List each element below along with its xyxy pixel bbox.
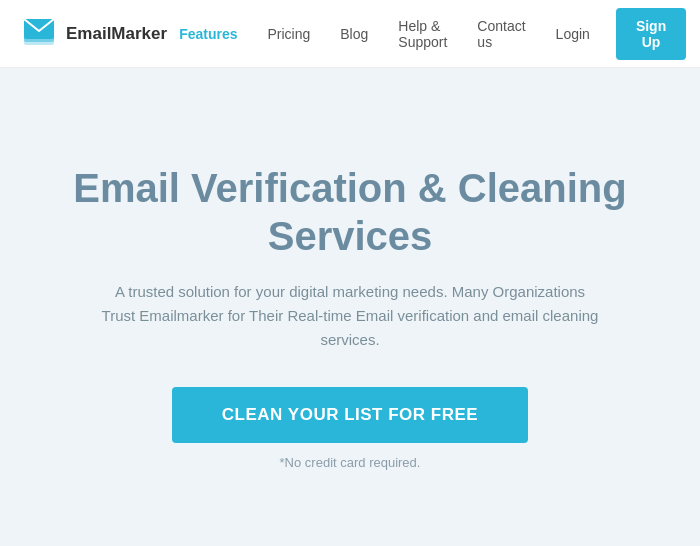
signup-button[interactable]: Sign Up [616, 8, 686, 60]
hero-section: Email Verification & Cleaning Services A… [0, 68, 700, 546]
nav-item-contact-us[interactable]: Contact us [465, 12, 537, 56]
nav-item-help-support[interactable]: Help & Support [386, 12, 459, 56]
cta-button[interactable]: Clean Your List For Free [172, 387, 528, 443]
logo-icon [20, 15, 58, 53]
header: EmailMarker Features Pricing Blog Help &… [0, 0, 700, 68]
no-credit-card-label: *No credit card required. [280, 455, 421, 470]
hero-title: Email Verification & Cleaning Services [60, 164, 640, 260]
logo-text: EmailMarker [66, 24, 167, 44]
main-nav: Features Pricing Blog Help & Support Con… [167, 8, 686, 60]
hero-subtitle: A trusted solution for your digital mark… [100, 280, 600, 352]
nav-item-pricing[interactable]: Pricing [255, 20, 322, 48]
logo-area: EmailMarker [20, 15, 167, 53]
nav-item-features[interactable]: Features [167, 20, 249, 48]
nav-item-blog[interactable]: Blog [328, 20, 380, 48]
nav-item-login[interactable]: Login [544, 20, 602, 48]
